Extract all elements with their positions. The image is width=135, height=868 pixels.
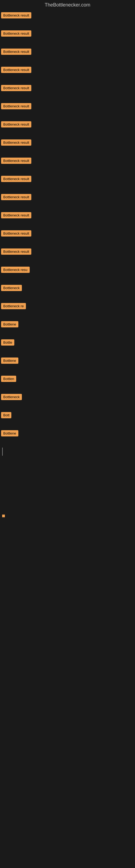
bottleneck-badge: Bottleneck result xyxy=(1,176,31,182)
list-item[interactable]: Bottleneck result xyxy=(0,228,135,239)
list-item[interactable]: Bottleneck result xyxy=(0,192,135,203)
list-item[interactable]: Bottleneck xyxy=(0,392,135,402)
bottleneck-badge: Bottleneck result xyxy=(1,121,31,127)
bottleneck-badge: Bottleneck resu xyxy=(1,267,30,273)
bottleneck-badge: Bottlen xyxy=(1,376,16,382)
list-item[interactable]: Bottleneck xyxy=(0,283,135,293)
list-item[interactable]: Bottlen xyxy=(0,373,135,384)
bottleneck-badge: Bottle xyxy=(1,339,14,346)
list-item[interactable]: Bottleneck result xyxy=(0,137,135,148)
site-title: TheBottlenecker.com xyxy=(0,0,135,10)
small-indicator xyxy=(2,515,5,517)
bottleneck-badge: Bottleneck result xyxy=(1,194,31,200)
bottleneck-badge: Bottleneck result xyxy=(1,30,31,37)
list-item[interactable]: Bottlene xyxy=(0,319,135,330)
list-item[interactable]: Bottleneck result xyxy=(0,46,135,57)
list-item[interactable]: Bottleneck re xyxy=(0,301,135,311)
list-item[interactable]: Bottleneck result xyxy=(0,28,135,39)
cursor-indicator xyxy=(2,447,3,456)
bottleneck-badge: Bottleneck result xyxy=(1,103,31,109)
bottleneck-badge: Bottleneck xyxy=(1,394,22,400)
bottleneck-badge: Bottleneck result xyxy=(1,212,31,218)
list-item[interactable]: Bottleneck result xyxy=(0,83,135,93)
bottleneck-badge: Bottleneck result xyxy=(1,67,31,73)
bottleneck-badge: Bottleneck result xyxy=(1,12,31,19)
list-item[interactable]: Bottleneck result xyxy=(0,246,135,257)
list-item[interactable]: Bottle xyxy=(0,337,135,348)
bottleneck-badge: Bottleneck result xyxy=(1,230,31,237)
list-item[interactable]: Bottlene xyxy=(0,428,135,439)
bottleneck-badge: Bottleneck result xyxy=(1,158,31,164)
bottleneck-badge: Bottlene xyxy=(1,430,18,436)
bottleneck-badge: Bott xyxy=(1,412,11,418)
list-item[interactable]: Bottleneck result xyxy=(0,210,135,220)
bottleneck-badge: Bottlene xyxy=(1,358,18,364)
list-item[interactable]: Bottlene xyxy=(0,355,135,366)
list-item[interactable]: Bottleneck result xyxy=(0,174,135,184)
list-item[interactable]: Bottleneck result xyxy=(0,65,135,75)
bottleneck-badge: Bottleneck result xyxy=(1,140,31,146)
list-item[interactable]: Bottleneck result xyxy=(0,10,135,21)
bottleneck-badge: Bottleneck result xyxy=(1,49,31,55)
list-item[interactable]: Bottleneck result xyxy=(0,155,135,166)
list-item[interactable]: Bott xyxy=(0,410,135,421)
list-item[interactable]: Bottleneck result xyxy=(0,119,135,130)
list-item[interactable]: Bottleneck result xyxy=(0,101,135,112)
bottleneck-badge: Bottleneck xyxy=(1,285,22,291)
bottleneck-badge: Bottleneck result xyxy=(1,85,31,91)
bottleneck-badge: Bottleneck re xyxy=(1,303,26,309)
list-item[interactable]: Bottleneck resu xyxy=(0,265,135,275)
bottleneck-badge: Bottlene xyxy=(1,321,18,328)
bottleneck-badge: Bottleneck result xyxy=(1,248,31,255)
